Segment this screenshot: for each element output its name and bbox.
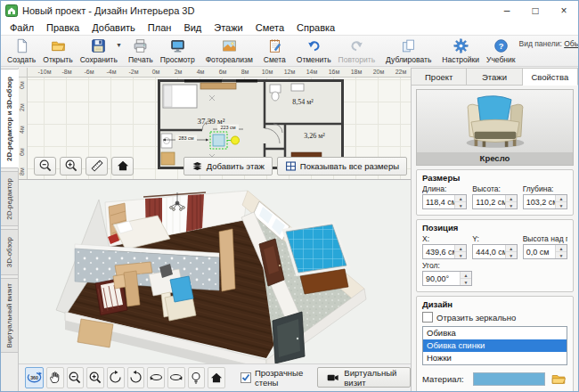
show-all-sizes-button[interactable]: Показывать все размеры [277, 157, 407, 176]
tutorial-button[interactable]: ? Учебник [483, 37, 519, 65]
tab-virtual-visit[interactable]: Виртуальный визит [1, 278, 19, 353]
room-area-label: 3,26 м² [304, 132, 325, 140]
menu-help[interactable]: Справка [290, 21, 341, 34]
settings-button[interactable]: Настройки [438, 37, 483, 65]
zoom-out-button-2d[interactable] [34, 157, 56, 176]
estimate-button[interactable]: Смета [260, 37, 290, 65]
tab-2d-and-3d[interactable]: 2D-редактор и 3D-обзор [1, 69, 19, 168]
menu-estimate[interactable]: Смета [249, 21, 290, 34]
duplicate-button[interactable]: Дублировать [382, 37, 435, 65]
open-button[interactable]: Открыть [39, 37, 76, 65]
properties-panel: Проект Этажи Свойства Кресло Разм [411, 68, 578, 391]
zoom-in-button-2d[interactable] [60, 157, 82, 176]
menu-edit[interactable]: Правка [40, 21, 86, 34]
mirror-option[interactable]: Отразить зеркально [422, 312, 567, 323]
menu-view[interactable]: Вид [177, 21, 208, 34]
pos-y-field[interactable]: 444,0 см▲▼ [472, 244, 517, 259]
transparent-walls-option[interactable]: Прозрачные стены [241, 368, 306, 388]
rotate-360-button[interactable]: 360 [25, 367, 44, 388]
spinner-arrows[interactable]: ▲▼ [460, 272, 471, 285]
tab-floors[interactable]: Этажи [467, 68, 522, 86]
spinner-arrows[interactable]: ▲▼ [555, 195, 567, 208]
scene-3d [19, 180, 411, 363]
spinner-arrows[interactable]: ▲▼ [555, 245, 567, 258]
svg-text:360: 360 [30, 375, 38, 380]
menu-add[interactable]: Добавить [86, 21, 142, 34]
transparent-walls-checkbox[interactable] [241, 372, 251, 383]
object-name-label: Кресло [417, 152, 573, 165]
zoom-out-button-3d[interactable] [67, 367, 85, 388]
tab-properties[interactable]: Свойства [523, 68, 578, 86]
hand-icon [47, 370, 62, 385]
lighting-button[interactable] [188, 367, 206, 388]
printer-icon [133, 38, 148, 54]
tab-project[interactable]: Проект [412, 68, 467, 86]
close-button[interactable]: × [550, 1, 578, 20]
length-field[interactable]: 118,4 см▲▼ [422, 194, 467, 209]
tilt-up-button[interactable] [107, 367, 125, 388]
photorealism-button[interactable]: Фотореализм [202, 37, 257, 65]
desk-3d[interactable] [77, 319, 113, 347]
spinner-arrows[interactable]: ▲▼ [505, 245, 517, 258]
spinner-arrows[interactable]: ▲▼ [454, 195, 466, 208]
material-browse-button[interactable] [550, 372, 567, 386]
tall-shelf-3d[interactable] [219, 229, 235, 291]
home-view-button-2d[interactable] [111, 157, 134, 176]
add-floor-button[interactable]: Добавить этаж [183, 157, 273, 176]
panel-view-link[interactable]: Обычный [564, 39, 578, 48]
depth-field[interactable]: 103,2 см▲▼ [523, 194, 567, 209]
mirror-checkbox[interactable] [422, 312, 433, 323]
home-view-button-3d[interactable] [208, 367, 225, 388]
orbit-left-icon [149, 370, 164, 385]
design-group: Дизайн Отразить зеркально Обивка Обивка … [416, 296, 574, 391]
create-button[interactable]: Создать [4, 37, 39, 65]
rotate-handle[interactable] [232, 136, 240, 144]
spinner-arrows[interactable]: ▲▼ [505, 195, 517, 208]
washer-2d[interactable] [161, 134, 172, 148]
save-button[interactable]: Сохранить ▼ [77, 37, 121, 65]
preview-button[interactable]: Просмотр [157, 37, 199, 65]
plan-canvas-2d[interactable]: 283 см 223 см 37,39 м² 8,54 м² 3,26 м² Д… [28, 78, 411, 179]
bed-2d[interactable] [163, 85, 197, 108]
entry-door-3d[interactable] [273, 312, 305, 363]
notepad-icon [267, 38, 282, 54]
tilt-down-button[interactable] [127, 367, 145, 388]
material-swatch[interactable] [473, 372, 545, 386]
list-item-back-upholstery[interactable]: Обивка спинки [423, 339, 567, 352]
list-item-upholstery[interactable]: Обивка [423, 327, 567, 339]
measure-button[interactable] [86, 157, 108, 176]
viewer-3d[interactable] [19, 180, 411, 363]
menu-plan[interactable]: План [142, 21, 178, 34]
orbit-left-button[interactable] [147, 367, 165, 388]
check-icon [241, 373, 250, 382]
tab-2d-editor[interactable]: 2D-редактор [1, 171, 19, 226]
ruler-icon [90, 159, 104, 173]
undo-button[interactable]: Отменить [293, 37, 335, 65]
pos-x-field[interactable]: 439,6 см▲▼ [422, 244, 467, 259]
minimize-button[interactable]: – [493, 1, 521, 20]
bathroom[interactable] [286, 225, 347, 273]
virtual-visit-button[interactable]: Виртуальный визит [317, 367, 411, 388]
list-item-legs[interactable]: Ножки [423, 352, 567, 364]
redo-button[interactable]: Повторить [335, 37, 379, 65]
main-toolbar: Создать Открыть Сохранить ▼ Печать Просм… [1, 36, 578, 67]
spinner-arrows[interactable]: ▲▼ [454, 245, 466, 258]
cabinet-2d[interactable] [161, 152, 175, 165]
print-button[interactable]: Печать [125, 37, 157, 65]
pan-button[interactable] [46, 367, 64, 388]
window-title: Новый проект - Дизайн Интерьера 3D [22, 5, 194, 16]
view-mode-tabs: 2D-редактор и 3D-обзор 2D-редактор 3D-об… [1, 68, 19, 391]
angle-field[interactable]: 90,00°▲▼ [422, 271, 472, 286]
height-above-floor-field[interactable]: 0,0 см▲▼ [523, 244, 567, 259]
zoom-in-button-3d[interactable] [86, 367, 104, 388]
orbit-right-button[interactable] [167, 367, 185, 388]
gear-icon [453, 38, 469, 54]
height-field[interactable]: 110,2 см▲▼ [472, 194, 517, 209]
menu-file[interactable]: Файл [4, 21, 40, 34]
save-dropdown-arrow[interactable]: ▼ [116, 42, 122, 48]
maximize-button[interactable]: □ [521, 1, 550, 20]
tab-3d-view[interactable]: 3D-обзор [1, 229, 19, 275]
wardrobe-2d[interactable] [200, 83, 236, 89]
menu-floors[interactable]: Этажи [208, 21, 249, 34]
undo-icon [306, 38, 322, 54]
